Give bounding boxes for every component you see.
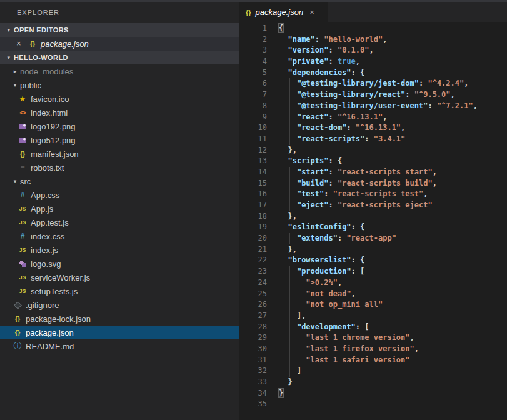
code-token: "^9.5.0" [414,90,451,99]
code-token: : [428,101,436,110]
indent-guide [281,189,281,200]
code-token: : [ [356,322,369,331]
tree-row-logo-svg[interactable]: logo.svg [0,257,239,271]
code-area[interactable]: 1{2 "name": "hello-world",3 "version": "… [239,22,507,410]
code-line-19: 19 "eslintConfig": { [239,222,507,233]
indent-guide [281,112,281,123]
line-content: "build": "react-scripts build", [279,179,437,188]
tree-row-serviceworker-js[interactable]: JSserviceWorker.js [0,271,239,284]
code-line-6: 6 "@testing-library/jest-dom": "^4.2.4", [239,78,507,89]
tree-row-logo192-png[interactable]: logo192.png [0,119,239,133]
line-content: "start": "react-scripts start", [279,168,437,176]
code-line-5: 5 "dependencies": { [239,68,507,79]
star-icon: ★ [18,94,28,103]
tree-row-robots-txt[interactable]: ≡robots.txt [0,161,239,174]
line-number: 13 [239,156,267,167]
code-token [279,134,297,143]
code-line-12: 12 }, [239,145,507,156]
code-token: "version" [288,46,328,54]
json-icon: {} [18,149,28,158]
project-root-header[interactable]: ▾ HELLO-WORLD [0,51,239,64]
code-token: "react-app" [346,234,396,242]
tab-package-json[interactable]: {} package.json × [239,2,328,22]
tree-row-app-css[interactable]: #App.css [0,188,239,202]
code-line-35: 35 [239,399,507,410]
line-number: 15 [239,178,267,189]
code-token: , [401,123,405,132]
code-line-13: 13 "scripts": { [239,156,507,167]
tree-row-app-test-js[interactable]: JSApp.test.js [0,216,239,229]
tree-row-src[interactable]: ▾src [0,174,239,188]
code-line-21: 21 }, [239,244,507,256]
line-content: "@testing-library/react": "^9.5.0", [279,90,455,99]
line-number: 26 [239,299,267,311]
code-token: , [433,168,437,176]
tree-row-public[interactable]: ▾public [0,78,239,92]
code-token: : [346,123,355,132]
line-number: 18 [239,211,267,222]
line-content: "test": "react-scripts test", [279,189,428,198]
json-icon: {} [13,328,23,337]
line-number: 14 [239,167,267,178]
code-line-31: 31 "last 1 safari version" [239,355,507,366]
code-token: , [473,101,478,110]
file-label: index.js [31,246,58,255]
code-token: "@testing-library/user-event" [297,101,428,110]
indent-guide [281,68,281,79]
tree-row-package-json[interactable]: {}package.json [0,326,239,339]
indent-guide [299,344,299,355]
line-number: 34 [239,388,267,399]
code-token: "last 1 chrome version" [306,333,409,342]
tree-row-logo512-png[interactable]: logo512.png [0,133,239,147]
indent-guide [281,278,281,289]
open-editors-header[interactable]: ▾ OPEN EDITORS [0,23,239,37]
code-token [279,189,297,198]
line-number: 35 [239,399,267,410]
chevron-collapsed-icon: ▸ [11,68,19,74]
tree-row-package-lock-json[interactable]: {}package-lock.json [0,312,239,326]
code-token: { [279,24,283,32]
tab-label: package.json [256,8,304,17]
file-label: App.js [31,204,53,214]
close-icon[interactable]: × [16,37,24,51]
tree-row-favicon-ico[interactable]: ★favicon.ico [0,92,239,106]
text-icon: ≡ [18,163,28,172]
indent-guide [299,332,299,344]
tree-row-index-css[interactable]: #index.css [0,229,239,243]
code-token [279,300,306,309]
line-content: "@testing-library/jest-dom": "^4.2.4", [279,79,468,88]
code-token: "@testing-library/react" [297,90,405,99]
code-token [279,278,306,287]
image-icon [18,122,28,131]
line-number: 22 [239,255,267,266]
line-content: "dependencies": { [279,68,364,77]
tree-row-app-js[interactable]: JSApp.js [0,202,239,216]
tree-row-setuptests-js[interactable]: JSsetupTests.js [0,284,239,298]
code-token [279,112,297,121]
tree-row-index-html[interactable]: <>index.html [0,106,239,119]
tree-row-manifest-json[interactable]: {}manifest.json [0,147,239,161]
code-token: "@testing-library/jest-dom" [297,79,419,88]
tree-row-node-modules[interactable]: ▸node_modules [0,64,239,78]
tree-row-readme-md[interactable]: ⓘREADME.md [0,339,239,353]
line-number: 4 [239,56,267,68]
tree-row--gitignore[interactable]: .gitignore [0,298,239,312]
tree-row-index-js[interactable]: JSindex.js [0,243,239,257]
code-token: ] [297,366,301,375]
code-token [279,344,306,353]
code-token: "hello-world" [324,35,383,44]
code-token: "not op_mini all" [306,300,383,309]
indent-guide [281,255,281,266]
open-editor-item-package-json[interactable]: × {} package.json [0,37,239,51]
line-content: "browserslist": { [279,256,364,264]
indent-guide [281,366,281,377]
js-icon: JS [18,246,28,254]
code-line-7: 7 "@testing-library/react": "^9.5.0", [239,89,507,101]
file-label: .gitignore [26,301,59,310]
code-token: , [369,46,374,54]
line-content: ], [279,311,306,320]
tab-close-icon[interactable]: × [309,8,314,17]
code-token: : [338,234,346,242]
code-token: "^4.2.4" [428,79,464,88]
code-line-15: 15 "build": "react-scripts build", [239,178,507,189]
